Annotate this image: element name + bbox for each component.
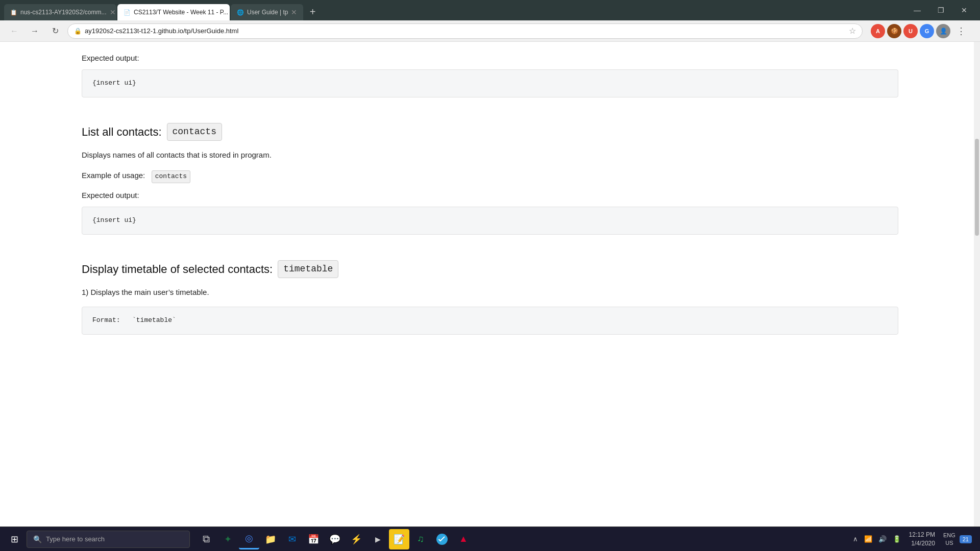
tab2-label: CS2113/T Website - Week 11 - P...: [134, 9, 228, 16]
ext-g-icon[interactable]: G: [920, 24, 934, 38]
timetable-title: Display timetable of selected contacts: …: [82, 260, 898, 278]
contacts-usage-label: Example of usage:: [82, 171, 145, 180]
taskbar: ⊞ 🔍 Type here to search ⧉ ✦ ◎ 📁 ✉ 📅 💬 ⚡ …: [0, 527, 980, 551]
clock-date: 1/4/2020: [909, 539, 935, 548]
tab3-favicon: 🌐: [237, 9, 244, 16]
windows-icon: ⊞: [11, 534, 18, 545]
timetable-title-text: Display timetable of selected contacts:: [82, 260, 273, 278]
tab-2[interactable]: 📄 CS2113/T Website - Week 11 - P... ✕: [117, 4, 230, 20]
list-contacts-title-text: List all contacts:: [82, 123, 162, 141]
format-command: `timetable`: [132, 316, 176, 324]
window-controls: — ❐ ✕: [901, 0, 980, 20]
top-expected-output-section: Expected output: {insert ui}: [82, 52, 898, 97]
ext-adobe-icon[interactable]: A: [871, 24, 885, 38]
volume-icon[interactable]: 🔊: [876, 535, 889, 543]
url-text: ay1920s2-cs2113t-t12-1.github.io/tp/User…: [85, 27, 846, 35]
url-bar[interactable]: 🔒 ay1920s2-cs2113t-t12-1.github.io/tp/Us…: [67, 23, 863, 39]
new-tab-button[interactable]: +: [304, 4, 321, 20]
terminal-taskbar-icon[interactable]: ▶: [368, 529, 388, 549]
scrollbar-thumb[interactable]: [975, 139, 979, 236]
lang-text: ENG: [943, 532, 955, 539]
language-indicator[interactable]: ENG US: [941, 532, 958, 546]
tab-bar: 📋 nus-cs2113-AY1920S2/comm... ✕ 📄 CS2113…: [0, 0, 901, 20]
taskbar-right: ∧ 📶 🔊 🔋 12:12 PM 1/4/2020 ENG US 21: [851, 531, 976, 548]
list-contacts-section: List all contacts: contacts Displays nam…: [82, 123, 898, 235]
contacts-usage-line: Example of usage: contacts: [82, 169, 898, 183]
task-view-icon[interactable]: ⧉: [196, 529, 216, 549]
vs-taskbar-icon[interactable]: ⚡: [346, 529, 366, 549]
hidden-icons-button[interactable]: ∧: [851, 535, 860, 543]
stickynotes-taskbar-icon[interactable]: 📝: [389, 529, 409, 549]
bookmark-star-icon[interactable]: ☆: [849, 26, 856, 36]
timetable-section: Display timetable of selected contacts: …: [82, 260, 898, 335]
top-expected-output-label: Expected output:: [82, 52, 898, 64]
page-content: Expected output: {insert ui} List all co…: [0, 42, 980, 527]
tab3-label: User Guide | tp: [247, 9, 288, 16]
contacts-code-block: {insert ui}: [82, 207, 898, 235]
excel-taskbar-icon[interactable]: ✦: [217, 529, 238, 549]
taskbar-icons: ⧉ ✦ ◎ 📁 ✉ 📅 💬 ⚡ ▶ 📝 ♫ ▲: [196, 529, 474, 549]
skype-taskbar-icon[interactable]: 💬: [325, 529, 345, 549]
back-button[interactable]: ←: [6, 23, 22, 39]
title-bar: 📋 nus-cs2113-AY1920S2/comm... ✕ 📄 CS2113…: [0, 0, 980, 20]
search-bar[interactable]: 🔍 Type here to search: [27, 531, 190, 548]
browser-extensions: A 🍪 U G 👤 ⋮: [867, 23, 974, 39]
top-code-block: {insert ui}: [82, 69, 898, 97]
tab3-close[interactable]: ✕: [291, 9, 297, 16]
list-contacts-title: List all contacts: contacts: [82, 123, 898, 141]
forward-button[interactable]: →: [27, 23, 43, 39]
contacts-command-badge: contacts: [167, 123, 222, 141]
tab-1[interactable]: 📋 nus-cs2113-AY1920S2/comm... ✕: [4, 4, 116, 20]
minimize-button[interactable]: —: [905, 0, 929, 20]
timetable-command-badge: timetable: [278, 260, 338, 278]
tab1-label: nus-cs2113-AY1920S2/comm...: [20, 9, 107, 16]
search-icon: 🔍: [33, 535, 42, 543]
contacts-description: Displays names of all contacts that is s…: [82, 149, 898, 161]
clock-time: 12:12 PM: [909, 531, 935, 539]
scrollbar[interactable]: [974, 42, 980, 527]
telegram-taskbar-icon[interactable]: [432, 529, 452, 549]
format-label: Format:: [92, 316, 120, 324]
contacts-usage-command: contacts: [152, 170, 190, 183]
ext-ublock-icon[interactable]: U: [903, 24, 918, 38]
region-text: US: [943, 539, 955, 546]
browser-window: 📋 nus-cs2113-AY1920S2/comm... ✕ 📄 CS2113…: [0, 0, 980, 551]
search-placeholder-text: Type here to search: [46, 535, 105, 543]
chrome-taskbar-icon[interactable]: ◎: [239, 529, 259, 549]
network-icon[interactable]: 📶: [862, 535, 874, 543]
tab1-close[interactable]: ✕: [110, 9, 116, 16]
spotify-taskbar-icon[interactable]: ♫: [410, 529, 431, 549]
calendar-taskbar-icon[interactable]: 📅: [303, 529, 324, 549]
close-button[interactable]: ✕: [952, 0, 976, 20]
browser-menu-button[interactable]: ⋮: [952, 23, 970, 39]
folder-taskbar-icon[interactable]: 📁: [260, 529, 281, 549]
ext-avatar-icon[interactable]: 👤: [936, 24, 950, 38]
maximize-button[interactable]: ❐: [929, 0, 952, 20]
tab1-favicon: 📋: [10, 9, 17, 16]
outlook-taskbar-icon[interactable]: ✉: [282, 529, 302, 549]
contacts-expected-output-label: Expected output:: [82, 189, 898, 202]
timetable-description1: 1) Displays the main user’s timetable.: [82, 286, 898, 298]
system-clock[interactable]: 12:12 PM 1/4/2020: [905, 531, 939, 548]
timetable-format-block: Format: `timetable`: [82, 307, 898, 335]
address-bar: ← → ↻ 🔒 ay1920s2-cs2113t-t12-1.github.io…: [0, 20, 980, 42]
notification-badge[interactable]: 21: [960, 535, 972, 543]
tab2-favicon: 📄: [124, 9, 131, 16]
start-button[interactable]: ⊞: [4, 529, 24, 549]
battery-icon[interactable]: 🔋: [891, 535, 903, 543]
refresh-button[interactable]: ↻: [47, 23, 63, 39]
content-area: Expected output: {insert ui} List all co…: [0, 42, 980, 370]
tab-3[interactable]: 🌐 User Guide | tp ✕: [231, 4, 303, 20]
angular-taskbar-icon[interactable]: ▲: [453, 529, 474, 549]
lock-icon: 🔒: [74, 28, 82, 35]
ext-cookie-icon[interactable]: 🍪: [887, 24, 901, 38]
